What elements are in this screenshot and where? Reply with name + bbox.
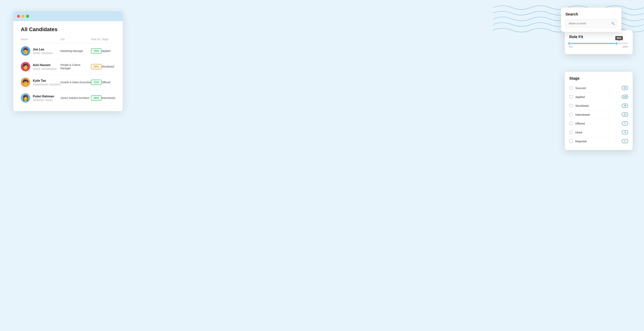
stage-checkbox[interactable] bbox=[569, 130, 573, 134]
candidates-table: Name Job Role Fit Stage 👨 Joe Lee bbox=[21, 38, 115, 106]
stage-text: Interviewed bbox=[102, 96, 115, 100]
job-title: People & Culture Manager bbox=[60, 64, 80, 70]
avatar: 🧒 bbox=[21, 78, 30, 87]
stage-label: Hired bbox=[575, 131, 622, 134]
search-panel-title: Search bbox=[566, 12, 617, 16]
stage-checkbox[interactable] bbox=[569, 86, 573, 90]
candidate-details: Puteri Rahman bbox=[33, 95, 54, 101]
traffic-light-yellow[interactable] bbox=[22, 15, 24, 18]
browser-window: All Candidates Name Job Role Fit Stage 👨 bbox=[13, 11, 123, 111]
traffic-light-red[interactable] bbox=[17, 15, 20, 18]
slider-tooltip: 80% bbox=[615, 36, 623, 40]
stage-label: Applied bbox=[575, 95, 622, 98]
col-name: Name bbox=[21, 38, 60, 43]
slider-fill bbox=[569, 43, 616, 44]
stage-item[interactable]: Sourced 12 bbox=[569, 84, 628, 92]
tag bbox=[42, 52, 53, 54]
tag bbox=[42, 68, 56, 70]
tag bbox=[49, 84, 60, 86]
search-panel: Search 🔍 bbox=[561, 8, 621, 32]
candidate-details: Aziz Hassen bbox=[33, 64, 56, 70]
avatar: 👨 bbox=[21, 46, 30, 56]
col-stage: Stage bbox=[102, 38, 115, 43]
search-input-wrapper: 🔍 bbox=[566, 20, 617, 27]
stage-count: 120 bbox=[622, 95, 628, 99]
candidate-info: 👨 Joe Lee bbox=[21, 46, 60, 56]
stage-item[interactable]: Offered 7 bbox=[569, 119, 628, 128]
search-icon: 🔍 bbox=[611, 22, 614, 25]
slider-thumb-left[interactable] bbox=[568, 42, 571, 45]
slider-min: 0% bbox=[569, 46, 572, 48]
stage-checkbox[interactable] bbox=[569, 140, 573, 143]
role-fit-slider-container: 80% 0% 100% bbox=[569, 43, 628, 48]
stage-count: 3 bbox=[622, 130, 628, 134]
stage-item[interactable]: Interviewed 12 bbox=[569, 110, 628, 119]
job-title: Senior Solution Architect bbox=[60, 96, 89, 100]
candidate-tags bbox=[33, 84, 60, 86]
stage-label: Interviewed bbox=[575, 113, 622, 116]
browser-content: All Candidates Name Job Role Fit Stage 👨 bbox=[13, 21, 123, 111]
avatar: 👩 bbox=[21, 93, 30, 103]
role-fit-badge: 75% bbox=[91, 48, 102, 54]
slider-labels: 0% 100% bbox=[569, 46, 628, 48]
avatar: 🧑 bbox=[21, 62, 30, 71]
stage-items-container: Sourced 12 Applied 120 Shortlisted 30 In… bbox=[569, 84, 628, 146]
stage-label: Shortlisted bbox=[575, 104, 622, 108]
stage-text: Applied bbox=[102, 50, 110, 52]
stage-text: Shortlisted bbox=[102, 65, 114, 68]
stage-panel: Stage Sourced 12 Applied 120 Shortlisted… bbox=[565, 72, 633, 150]
stage-item[interactable]: Hired 3 bbox=[569, 128, 628, 137]
col-job: Job bbox=[60, 38, 91, 43]
tag bbox=[33, 52, 40, 54]
table-row[interactable]: 👩 Puteri Rahman Senior Solution Architec… bbox=[21, 90, 115, 106]
stage-count: 12 bbox=[622, 86, 628, 90]
candidate-tags bbox=[33, 52, 53, 54]
candidate-tags bbox=[33, 99, 54, 101]
page-title: All Candidates bbox=[21, 26, 115, 32]
table-row[interactable]: 🧑 Aziz Hassen People & Culture Manager 6… bbox=[21, 59, 115, 74]
candidate-info: 👩 Puteri Rahman bbox=[21, 93, 60, 103]
candidate-name: Kylie Tan bbox=[33, 79, 60, 82]
stage-checkbox[interactable] bbox=[569, 113, 573, 116]
candidate-name: Joe Lee bbox=[33, 48, 53, 51]
slider-track bbox=[569, 43, 628, 44]
tag bbox=[33, 68, 40, 70]
role-fit-badge: 71% bbox=[91, 80, 102, 85]
tag bbox=[33, 99, 44, 101]
candidate-details: Joe Lee bbox=[33, 48, 53, 54]
browser-titlebar bbox=[13, 11, 123, 21]
job-title: Growth & Sales Executive bbox=[60, 81, 91, 84]
table-row[interactable]: 👨 Joe Lee Marketing Manager 75% Applie bbox=[21, 43, 115, 59]
slider-max: 100% bbox=[622, 46, 628, 48]
candidate-name: Aziz Hassen bbox=[33, 64, 56, 67]
role-fit-panel: Role Fit 80% 0% 100% bbox=[565, 30, 633, 54]
stage-label: Rejected bbox=[575, 140, 622, 143]
candidate-tags bbox=[33, 68, 56, 70]
candidate-name: Puteri Rahman bbox=[33, 95, 54, 98]
stage-item[interactable]: Shortlisted 30 bbox=[569, 101, 628, 110]
stage-count: 1 bbox=[622, 139, 628, 143]
job-title: Marketing Manager bbox=[60, 50, 83, 52]
traffic-light-green[interactable] bbox=[26, 15, 29, 18]
candidate-info: 🧒 Kylie Tan bbox=[21, 78, 60, 87]
role-fit-badge: 80% bbox=[91, 95, 102, 100]
slider-thumb-right[interactable] bbox=[615, 42, 618, 45]
stage-checkbox[interactable] bbox=[569, 122, 573, 125]
table-row[interactable]: 🧒 Kylie Tan Growth & Sales Executive 71% bbox=[21, 74, 115, 90]
stage-item[interactable]: Applied 120 bbox=[569, 92, 628, 101]
stage-text: Offered bbox=[102, 81, 110, 84]
stage-item[interactable]: Rejected 1 bbox=[569, 137, 628, 146]
col-rolefit: Role Fit bbox=[91, 38, 102, 43]
tag bbox=[33, 84, 48, 86]
candidate-details: Kylie Tan bbox=[33, 79, 60, 86]
stage-checkbox[interactable] bbox=[569, 95, 573, 98]
stage-count: 30 bbox=[622, 104, 628, 108]
stage-count: 7 bbox=[622, 121, 628, 126]
stage-count: 12 bbox=[622, 112, 628, 116]
search-input[interactable] bbox=[566, 20, 617, 27]
tag bbox=[45, 99, 53, 101]
candidate-info: 🧑 Aziz Hassen bbox=[21, 62, 60, 71]
stage-label: Sourced bbox=[575, 86, 622, 90]
stage-label: Offered bbox=[575, 122, 622, 125]
stage-checkbox[interactable] bbox=[569, 104, 573, 108]
